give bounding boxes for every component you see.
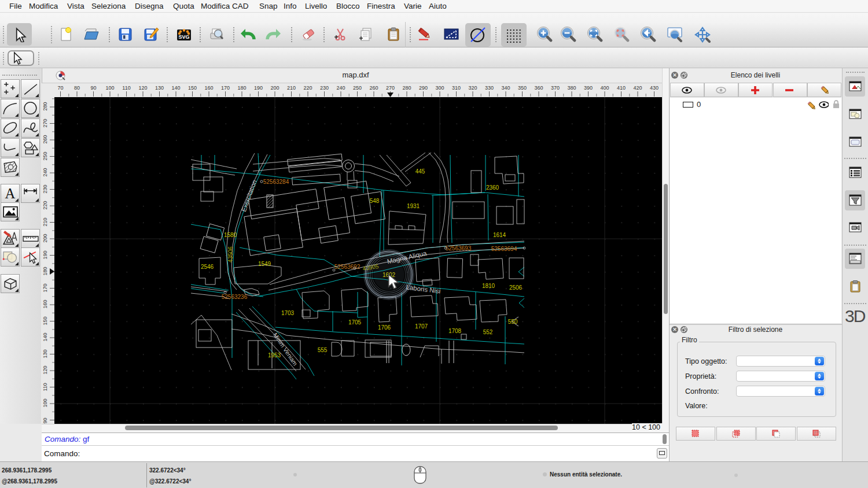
svg-text:52563236: 52563236 — [222, 294, 248, 300]
svg-text:1810: 1810 — [482, 283, 495, 289]
svg-text:A: A — [5, 186, 16, 201]
svg-text:2546: 2546 — [201, 264, 214, 270]
svg-text:52563692: 52563692 — [334, 264, 361, 270]
svg-text:550: 550 — [508, 319, 518, 325]
svg-text:SVG: SVG — [178, 34, 189, 40]
svg-text:1705: 1705 — [348, 319, 362, 326]
svg-text:1580: 1580 — [224, 232, 237, 238]
svg-text:52563694: 52563694 — [491, 246, 517, 252]
svg-text:1931: 1931 — [407, 203, 420, 209]
svg-text:52563284: 52563284 — [263, 179, 289, 185]
svg-text:52563693: 52563693 — [446, 245, 472, 252]
svg-text:1614: 1614 — [493, 232, 506, 238]
svg-text:445: 445 — [415, 168, 425, 175]
svg-text:555: 555 — [318, 347, 328, 353]
svg-text:1703: 1703 — [281, 310, 295, 316]
svg-text:1953: 1953 — [268, 352, 281, 358]
svg-text:548: 548 — [370, 198, 380, 204]
svg-text:1708: 1708 — [448, 328, 462, 334]
svg-text:552: 552 — [483, 329, 493, 335]
svg-text:2360: 2360 — [486, 184, 499, 191]
svg-text:2506: 2506 — [509, 284, 523, 291]
svg-text:1707: 1707 — [415, 323, 428, 330]
svg-text:1549: 1549 — [258, 261, 271, 267]
svg-text:43506: 43506 — [227, 246, 234, 263]
svg-text:1706: 1706 — [378, 324, 391, 331]
